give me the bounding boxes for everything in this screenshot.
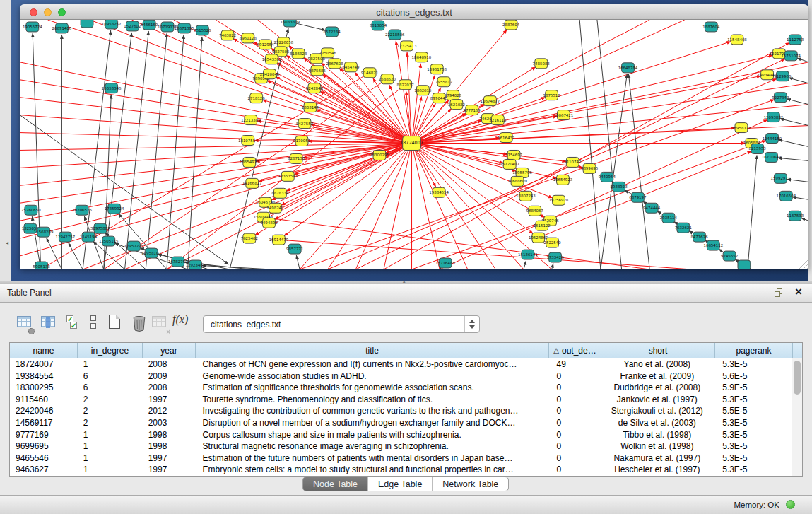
table-cell: Investigating the contribution of common… bbox=[196, 405, 548, 417]
graph-node-label: 10688609 bbox=[507, 179, 527, 183]
table-cell: Dudbridge et al. (2008) bbox=[600, 382, 714, 394]
empty-box-icon bbox=[90, 315, 96, 321]
table-row[interactable]: 1830029562008Estimation of significance … bbox=[10, 382, 792, 394]
graph-edge bbox=[281, 144, 411, 206]
table-selector-dropdown[interactable]: citations_edges.txt bbox=[203, 315, 480, 333]
graph-node-label: 22218506 bbox=[385, 33, 405, 37]
graph-node-label: 8938923 bbox=[611, 185, 628, 189]
graph-edge bbox=[20, 98, 412, 144]
graph-node-label: 11568289 bbox=[34, 230, 54, 234]
table-cell: 0 bbox=[548, 382, 601, 394]
table-cell: 2003 bbox=[143, 417, 196, 429]
table-row[interactable]: 1872400712008Changes of HCN gene express… bbox=[10, 358, 792, 370]
column-header-name[interactable]: name bbox=[10, 343, 78, 358]
graph-edge bbox=[131, 20, 411, 144]
table-cell: 5.3E-5 bbox=[714, 452, 792, 465]
graph-edge bbox=[412, 144, 468, 269]
create-column-button[interactable] bbox=[106, 313, 124, 333]
graph-node[interactable] bbox=[81, 20, 93, 28]
table-panel: Table Panel × ✓ ✓ bbox=[0, 284, 812, 495]
graph-node-label: 8186328 bbox=[290, 52, 307, 56]
tab-edge-table[interactable]: Edge Table bbox=[368, 477, 433, 491]
column-header-pagerank[interactable]: pagerank bbox=[715, 343, 793, 358]
graph-node-label: 18107554 bbox=[238, 138, 258, 142]
graph-node-label: 18807243 bbox=[516, 194, 536, 198]
network-window-titlebar[interactable]: citations_edges.txt bbox=[20, 4, 808, 20]
table-cell: 9465546 bbox=[10, 452, 78, 465]
column-header-year[interactable]: year bbox=[143, 343, 196, 358]
network-canvas[interactable]: 1872400774638228960128891295423226058982… bbox=[20, 20, 808, 269]
table-disabled-icon bbox=[152, 316, 166, 327]
graph-node-label: 19756928 bbox=[549, 198, 569, 202]
column-header-out_de[interactable]: △out_de… bbox=[549, 343, 601, 358]
delete-table-button[interactable]: × bbox=[151, 313, 169, 333]
graph-node-label: 20206576 bbox=[72, 208, 92, 212]
graph-node-label: 17016504 bbox=[776, 194, 796, 198]
table-cell: 5.3E-5 bbox=[714, 358, 792, 370]
graph-node-label: 9777169 bbox=[464, 108, 481, 112]
table-cell: 5.6E-5 bbox=[714, 370, 792, 382]
table-row[interactable]: 2242004622012Investigating the contribut… bbox=[10, 405, 792, 417]
graph-node[interactable] bbox=[738, 260, 751, 269]
column-header-title[interactable]: title bbox=[196, 343, 549, 358]
graph-edge bbox=[597, 20, 622, 269]
graph-node-label: 12093832 bbox=[764, 115, 784, 119]
table-cell: 0 bbox=[548, 394, 601, 406]
graph-node-label: 16648784 bbox=[618, 66, 638, 70]
graph-node-label: 9684067 bbox=[526, 209, 543, 213]
deselect-all-button[interactable] bbox=[85, 313, 103, 333]
function-builder-button[interactable]: f(x) bbox=[172, 313, 191, 333]
table-mode-button[interactable] bbox=[16, 313, 34, 333]
table-row[interactable]: 1456911722003Disruption of a novel membe… bbox=[10, 417, 792, 429]
graph-node-label: 3216112 bbox=[489, 118, 506, 122]
network-view-window[interactable]: citations_edges.txt 18724007746382289601… bbox=[20, 4, 808, 269]
table-cell: 2 bbox=[78, 405, 143, 417]
select-all-button[interactable]: ✓ ✓ bbox=[64, 313, 82, 333]
table-row[interactable]: 1938455462009Genome-wide association stu… bbox=[10, 370, 792, 382]
graph-edge bbox=[412, 55, 773, 144]
column-header-in_degree[interactable]: in_degree bbox=[78, 343, 143, 358]
graph-node-label: 9242848 bbox=[306, 86, 324, 90]
table-row[interactable]: 911546021997Tourette syndrome. Phenomeno… bbox=[10, 394, 792, 406]
graph-edge bbox=[125, 31, 149, 269]
graph-node-label: 15716485 bbox=[435, 261, 455, 265]
float-panel-icon[interactable] bbox=[775, 288, 784, 298]
table-row[interactable]: 977716911998Corpus callosum shape and si… bbox=[10, 429, 792, 441]
graph-edge bbox=[778, 140, 808, 147]
table-panel-title: Table Panel bbox=[7, 288, 52, 298]
tab-network-table[interactable]: Network Table bbox=[433, 477, 508, 491]
graph-node-label: 1862615 bbox=[414, 88, 431, 93]
show-columns-button[interactable] bbox=[40, 313, 58, 333]
table-cell: 1998 bbox=[143, 429, 196, 441]
column-header-label: in_degree bbox=[91, 346, 129, 356]
collapse-left-arrow-icon[interactable]: ◂ bbox=[6, 239, 11, 247]
column-header-label: name bbox=[33, 346, 54, 356]
table-row[interactable]: 946362711997Embryonic stem cells: a mode… bbox=[10, 464, 792, 476]
gear-icon bbox=[28, 328, 35, 334]
graph-node-label: 2803144 bbox=[302, 105, 319, 110]
table-toolbar: ✓ ✓ × bbox=[0, 309, 812, 339]
vertical-scrollbar[interactable] bbox=[792, 358, 802, 476]
graph-edge bbox=[20, 80, 412, 144]
citation-network-graph[interactable]: 1872400774638228960128891295423226058982… bbox=[20, 20, 808, 269]
table-cell: 9463627 bbox=[10, 464, 78, 476]
column-header-short[interactable]: short bbox=[601, 343, 715, 358]
graph-edge bbox=[787, 99, 808, 105]
graph-node-label: 7485083 bbox=[533, 62, 551, 66]
table-cell: Franke et al. (2009) bbox=[600, 370, 714, 382]
graph-node-label: 1527602 bbox=[124, 24, 141, 28]
delete-column-button[interactable] bbox=[130, 313, 148, 333]
table-cell: 5.3E-5 bbox=[714, 394, 792, 406]
graph-node-label: 10674877 bbox=[481, 99, 500, 103]
table-row[interactable]: 946554611997Estimation of the future num… bbox=[10, 452, 792, 465]
column-header-label: out_de… bbox=[562, 346, 596, 356]
table-columns-icon bbox=[41, 316, 55, 327]
table-panel-header: Table Panel × bbox=[0, 284, 812, 303]
close-panel-icon[interactable]: × bbox=[795, 285, 802, 299]
tab-node-table[interactable]: Node Table bbox=[303, 477, 368, 491]
graph-node-label: 8878334 bbox=[271, 191, 289, 195]
scrollbar-thumb[interactable] bbox=[794, 361, 801, 395]
graph-node-label: 19055724 bbox=[23, 25, 42, 29]
table-row[interactable]: 969969511998Structural magnetic resonanc… bbox=[10, 440, 792, 452]
graph-node-label: 6466160 bbox=[141, 23, 158, 27]
